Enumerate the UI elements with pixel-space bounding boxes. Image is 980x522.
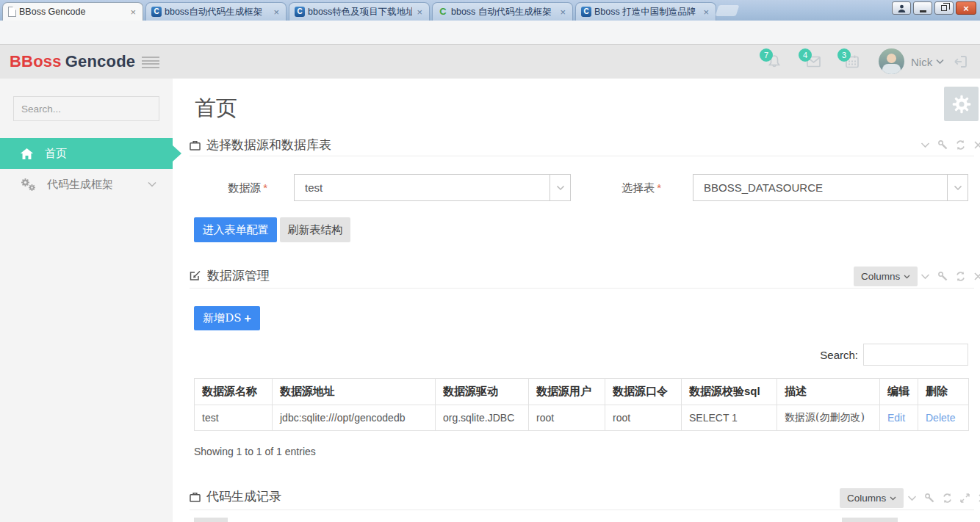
columns-dropdown-button[interactable]: Columns [854,267,918,286]
select-chevron-icon[interactable] [550,175,570,200]
columns-dropdown-button[interactable]: Columns [840,488,904,508]
sidebar-search[interactable] [13,96,159,121]
refresh-icon[interactable] [955,139,966,151]
panel-records-controls [907,493,980,504]
user-menu[interactable]: Nick [911,56,932,68]
avatar[interactable] [879,48,904,74]
chevron-down-icon [148,181,156,187]
chevron-down-icon [904,275,910,279]
select-chevron-icon[interactable] [947,175,968,200]
refresh-icon[interactable] [942,493,953,504]
datasource-label: 数据源* [179,181,267,195]
profile-button[interactable] [892,1,911,15]
table-row: test jdbc:sqlite:///opt/gencodedb org.sq… [195,405,969,431]
panel-ds-title: 数据源管理 [190,267,270,284]
col-header[interactable]: 数据源名称 [195,379,273,405]
panel-ds-controls [920,271,980,282]
refresh-table-structure-button[interactable]: 刷新表结构 [280,217,350,242]
chevron-down-icon[interactable] [936,59,944,65]
expand-icon[interactable] [959,493,970,504]
tab-close-icon[interactable]: × [272,7,281,18]
delete-link[interactable]: Delete [926,412,955,424]
document-icon [8,7,16,17]
sidebar-item-label: 代码生成框架 [47,178,113,192]
edit-icon [190,270,201,281]
table-select[interactable]: BBOSS_DATASOURCE [693,174,968,201]
wrench-icon[interactable] [937,139,948,151]
col-header[interactable]: 数据源校验sql [682,379,777,405]
search-input[interactable] [14,104,159,115]
datasource-select[interactable]: test [294,174,571,201]
logo-primary: BBoss [10,52,62,70]
cell-url: jdbc:sqlite:///opt/gencodedb [273,405,436,431]
person-icon [897,4,907,13]
browser-tab-2[interactable]: C bboss自动代码生成框架 × [145,2,287,21]
col-header[interactable]: 描述 [777,379,880,405]
logout-button[interactable] [952,53,970,70]
restore-button[interactable] [934,1,954,15]
wrench-icon[interactable] [937,271,948,282]
col-header[interactable]: 数据源用户 [529,379,605,405]
cell-description: 数据源(勿删勿改) [777,405,880,431]
cell-name: test [195,405,273,431]
panel-select-controls [920,139,980,151]
col-header[interactable]: 编辑 [880,379,918,405]
notification-badge: 7 [760,48,773,62]
app-logo[interactable]: BBossGencode [10,52,135,71]
col-header[interactable]: 数据源地址 [273,379,436,405]
tab-close-icon[interactable]: × [558,7,567,18]
window-controls: × [892,1,976,15]
table-header-row: 数据源名称 数据源地址 数据源驱动 数据源用户 数据源口令 数据源校验sql 描… [195,379,969,405]
settings-button[interactable] [944,87,979,121]
browser-tab-3[interactable]: C bboss特色及项目下载地址 × [289,2,430,21]
sidebar-item-home[interactable]: 首页 [0,138,173,169]
browser-tab-active[interactable]: BBoss Gencode × [2,2,143,21]
tab-title: bboss自动代码生成框架 [165,6,269,18]
csdn-green-icon: C [438,7,448,17]
collapse-chevron-icon[interactable] [920,271,931,282]
new-tab-button[interactable] [716,5,740,16]
col-header[interactable]: 数据源驱动 [436,379,529,405]
edit-link[interactable]: Edit [887,412,905,424]
cell-driver: org.sqlite.JDBC [436,405,529,431]
table-info-text: Showing 1 to 1 of 1 entries [194,446,316,457]
panel-divider [190,156,974,156]
col-header[interactable]: 数据源口令 [605,379,682,405]
required-asterisk: * [263,181,267,194]
close-icon[interactable] [973,139,980,151]
csdn-blue-icon: C [295,7,305,17]
tab-close-icon[interactable]: × [702,7,710,18]
chevron-down-icon [890,496,896,501]
enter-form-config-button[interactable]: 进入表单配置 [194,217,277,242]
minimize-button[interactable] [913,1,932,15]
wrench-icon[interactable] [924,493,935,504]
panel-divider [190,288,974,289]
close-button[interactable]: × [956,1,976,15]
sidebar-item-codegen[interactable]: 代码生成框架 [0,169,173,200]
close-icon[interactable] [977,493,980,504]
sidebar-item-label: 首页 [45,147,67,161]
tab-close-icon[interactable]: × [129,7,137,18]
table-search-input[interactable] [863,344,968,366]
tab-title: bboss特色及项目下载地址 [308,6,412,18]
partial-button [842,518,898,522]
minimize-icon [920,10,926,12]
plus-icon: + [244,312,251,325]
col-header[interactable]: 删除 [918,379,969,405]
add-datasource-button[interactable]: 新增DS+ [194,306,260,330]
briefcase-icon [190,140,201,151]
tab-title: bboss 自动代码生成框架 [451,6,555,18]
browser-tab-4[interactable]: C bboss 自动代码生成框架 × [432,2,573,21]
partial-button [194,518,228,522]
collapse-chevron-icon[interactable] [920,139,931,151]
home-icon [20,148,34,160]
refresh-icon[interactable] [955,271,966,282]
tab-close-icon[interactable]: × [415,7,424,18]
sidebar-toggle-icon[interactable] [142,57,159,68]
close-icon[interactable] [973,271,980,282]
required-asterisk: * [657,181,661,194]
browser-tab-5[interactable]: C Bboss 打造中国制造品牌 × [575,2,716,21]
collapse-chevron-icon[interactable] [907,493,918,504]
panel-title-text: 代码生成记录 [206,488,281,505]
panel-divider [190,510,974,510]
